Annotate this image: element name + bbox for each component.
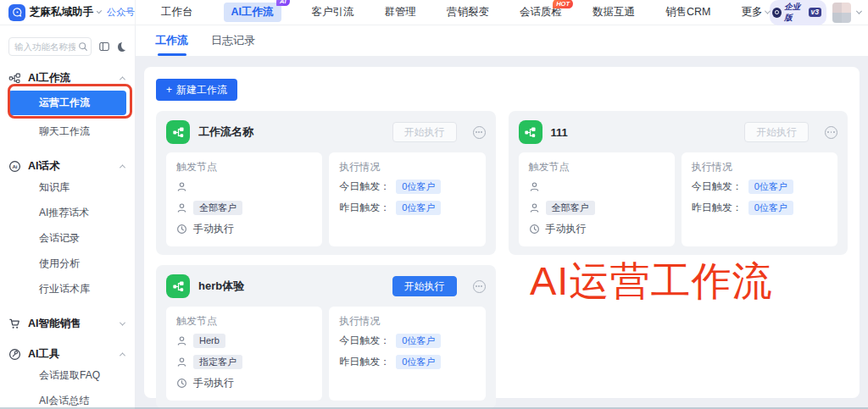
yesterday-trigger-label: 昨日触发：	[339, 201, 390, 215]
start-execute-button[interactable]: 开始执行	[744, 122, 809, 142]
account-area: 企业版 v3	[770, 0, 868, 25]
tab-logs[interactable]: 日志记录	[211, 25, 255, 56]
plus-icon: +	[166, 84, 172, 96]
nav-item-group-management[interactable]: 群管理	[385, 5, 417, 19]
sidebar-section-ai-tools[interactable]: AI工具	[8, 345, 126, 362]
workflow-card-icon	[166, 120, 190, 144]
chevron-up-icon	[120, 352, 125, 358]
chevron-down-icon[interactable]	[97, 8, 102, 14]
card-body: 触发节点 Herb 指定客户 手动执行	[166, 307, 486, 401]
today-trigger-label: 今日触发：	[339, 180, 390, 194]
chevron-up-icon	[120, 164, 125, 170]
sidebar-item-chat-workflow[interactable]: 聊天工作流	[8, 119, 126, 144]
workspace: + 新建工作流 工作流名称 开始执行 触	[136, 57, 868, 409]
trigger-row: 手动执行	[176, 373, 312, 394]
trigger-row: 手动执行	[529, 218, 665, 240]
card-body: 触发节点 全部客户 手动执行	[166, 152, 486, 246]
collapse-sidebar-icon[interactable]	[99, 41, 110, 52]
section-label: AI工作流	[28, 71, 70, 86]
execution-row: 昨日触发： 0位客户	[339, 351, 475, 373]
version-badge: v3	[809, 8, 821, 17]
execution-panel: 执行情况 今日触发： 0位客户 昨日触发： 0位客户	[329, 307, 485, 401]
execution-header: 执行情况	[339, 312, 475, 330]
nav-item-workbench[interactable]: 工作台	[161, 5, 193, 19]
new-workflow-label: 新建工作流	[176, 83, 227, 97]
card-header: 工作流名称 开始执行	[166, 119, 486, 145]
sidebar-section-ai-workflow[interactable]: AI工作流	[8, 69, 126, 86]
workflow-title: 111	[551, 126, 568, 139]
nav-item-sales-crm[interactable]: 销售CRM	[665, 5, 710, 19]
trigger-panel: 触发节点 Herb 指定客户 手动执行	[166, 307, 322, 401]
card-header: 111 开始执行	[519, 119, 838, 145]
chevron-down-icon	[765, 8, 771, 14]
more-options-icon[interactable]	[473, 280, 486, 293]
brand-area[interactable]: 芝麻私域助手 公众号	[0, 0, 136, 25]
more-options-icon[interactable]	[825, 126, 837, 139]
clock-icon	[176, 224, 187, 235]
account-type-label[interactable]: 公众号	[107, 6, 135, 19]
nav-item-data-sync[interactable]: 数据互通	[593, 5, 635, 19]
nav-item-marketing-fission[interactable]: 营销裂变	[447, 5, 489, 19]
workflow-card: 111 开始执行 触发节点 全部客户	[509, 111, 849, 255]
tab-workflow[interactable]: 工作流	[155, 25, 188, 56]
sidebar-item-industry-script-library[interactable]: 行业话术库	[8, 277, 126, 301]
trigger-row: Herb	[176, 330, 312, 351]
nav-item-conversation-qc[interactable]: 会话质检 HOT	[520, 5, 562, 19]
sidebar-section-ai-sales[interactable]: AI智能销售	[8, 315, 126, 332]
user-icon	[176, 356, 187, 368]
sidebar-item-operation-workflow[interactable]: 运营工作流	[8, 91, 126, 115]
start-execute-button[interactable]: 开始执行	[392, 276, 457, 296]
sidebar-item-conversation-log[interactable]: 会话记录	[8, 226, 126, 251]
workflow-card: herb体验 开始执行 触发节点 Herb	[156, 265, 496, 409]
dark-mode-icon[interactable]	[118, 42, 126, 52]
user-icon	[176, 202, 187, 213]
user-icon	[176, 181, 187, 192]
user-icon	[529, 181, 540, 192]
search-icon	[78, 41, 88, 52]
sidebar: AI工作流 运营工作流 聊天工作流 Ai AI话术 知识库 AI推荐话术 会话记…	[0, 25, 136, 409]
user-icon	[176, 335, 187, 346]
sidebar-item-knowledge-base[interactable]: 知识库	[8, 175, 126, 200]
card-header: herb体验 开始执行	[166, 274, 486, 299]
nav-item-more[interactable]: 更多	[741, 5, 770, 19]
section-label: AI工具	[28, 347, 60, 362]
cart-icon	[8, 318, 21, 330]
execution-row: 昨日触发： 0位客户	[692, 197, 827, 218]
today-trigger-count: 0位客户	[396, 334, 441, 348]
nav-item-label: 更多	[741, 5, 762, 19]
trigger-mode-label: 手动执行	[193, 222, 234, 236]
svg-text:Ai: Ai	[12, 163, 17, 169]
trigger-header: 触发节点	[529, 158, 665, 176]
audience-tag: 指定客户	[193, 355, 242, 369]
nav-item-ai-workflow[interactable]: AI工作流 AI	[224, 3, 281, 22]
start-execute-button[interactable]: 开始执行	[392, 122, 457, 142]
trigger-mode-label: 手动执行	[193, 376, 234, 390]
workflow-card: 工作流名称 开始执行 触发节点 全部客户	[156, 111, 496, 255]
sidebar-section-ai-script[interactable]: Ai AI话术	[8, 158, 126, 174]
trigger-header: 触发节点	[176, 158, 312, 176]
app-logo-icon	[8, 4, 25, 21]
nav-item-customer-acquisition[interactable]: 客户引流	[312, 5, 354, 19]
avatar[interactable]	[832, 3, 851, 23]
sidebar-item-extract-faq[interactable]: 会话提取FAQ	[8, 363, 126, 388]
trigger-row: 全部客户	[529, 197, 665, 218]
audience-tag: Herb	[193, 334, 225, 348]
sidebar-item-usage-analysis[interactable]: 使用分析	[8, 251, 126, 276]
new-workflow-button[interactable]: + 新建工作流	[156, 79, 237, 101]
today-trigger-count: 0位客户	[396, 180, 441, 194]
annotation-text: AI运营工作流	[530, 255, 772, 308]
app-title: 芝麻私域助手	[30, 5, 93, 19]
execution-header: 执行情况	[692, 158, 827, 176]
audience-tag: 全部客户	[546, 201, 595, 215]
execution-panel: 执行情况 今日触发： 0位客户 昨日触发： 0位客户	[329, 152, 485, 246]
sidebar-item-ai-recommended-script[interactable]: AI推荐话术	[8, 201, 126, 225]
chevron-down-icon[interactable]	[856, 8, 862, 14]
tools-icon	[8, 348, 21, 361]
sidebar-search-row	[8, 37, 126, 56]
plan-badge: 企业版 v3	[770, 0, 826, 25]
more-options-icon[interactable]	[473, 126, 486, 139]
execution-row: 昨日触发： 0位客户	[339, 197, 475, 218]
yesterday-trigger-label: 昨日触发：	[692, 201, 743, 215]
trigger-row: 手动执行	[176, 218, 312, 240]
sidebar-item-ai-summary[interactable]: AI会话总结	[8, 389, 126, 409]
